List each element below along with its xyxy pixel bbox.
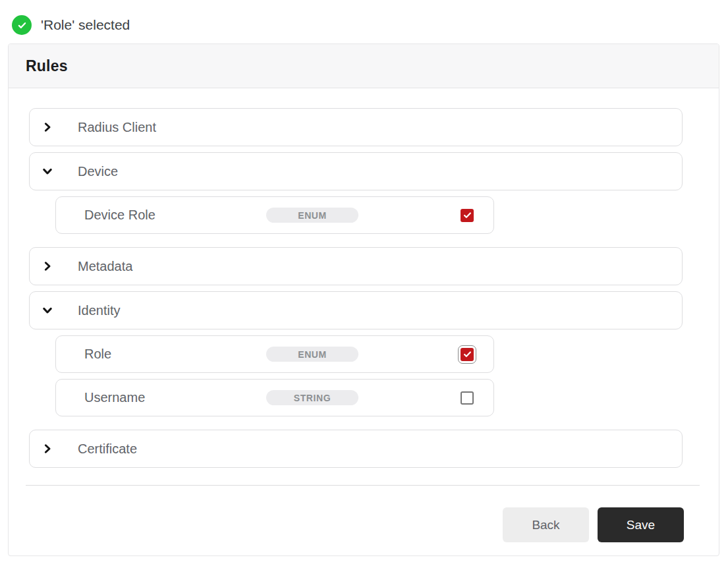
chevron-down-icon: [42, 304, 53, 316]
attribute-label: Role: [84, 347, 266, 362]
section-row-identity[interactable]: Identity: [29, 291, 683, 329]
section-label: Radius Client: [78, 120, 156, 135]
rules-panel: Rules Radius ClientDeviceDevice RoleENUM…: [8, 43, 719, 556]
attribute-row-device-role: Device RoleENUM: [55, 196, 494, 234]
chevron-right-icon: [42, 443, 53, 455]
section-row-certificate[interactable]: Certificate: [29, 430, 683, 468]
section-label: Device: [78, 164, 118, 179]
section-row-device[interactable]: Device: [29, 152, 683, 190]
section-label: Identity: [78, 303, 120, 318]
attribute-label: Username: [84, 390, 266, 405]
footer-actions: Back Save: [9, 486, 719, 542]
section-row-metadata[interactable]: Metadata: [29, 247, 683, 285]
rules-accordion: Radius ClientDeviceDevice RoleENUMMetada…: [29, 108, 682, 468]
type-badge: STRING: [266, 390, 358, 405]
toast-message: 'Role' selected: [41, 17, 130, 33]
page-title: Rules: [26, 57, 68, 75]
checkbox-device-role[interactable]: [461, 209, 474, 222]
toast-notification: 'Role' selected: [0, 0, 728, 43]
back-button[interactable]: Back: [503, 507, 589, 542]
section-row-radius-client[interactable]: Radius Client: [29, 108, 683, 146]
chevron-right-icon: [42, 260, 53, 272]
attribute-label: Device Role: [84, 208, 266, 223]
save-button[interactable]: Save: [598, 507, 684, 542]
section-label: Metadata: [78, 259, 132, 274]
type-badge: ENUM: [266, 208, 358, 223]
section-label: Certificate: [78, 441, 137, 457]
check-circle-icon: [12, 15, 32, 35]
checkbox-role[interactable]: [461, 348, 474, 361]
chevron-down-icon: [42, 165, 53, 177]
checkbox-username[interactable]: [461, 391, 474, 405]
type-badge: ENUM: [266, 347, 358, 362]
attribute-row-username: UsernameSTRING: [55, 379, 494, 416]
rules-panel-header: Rules: [9, 44, 719, 88]
chevron-right-icon: [42, 121, 53, 133]
attribute-row-role: RoleENUM: [55, 335, 494, 373]
